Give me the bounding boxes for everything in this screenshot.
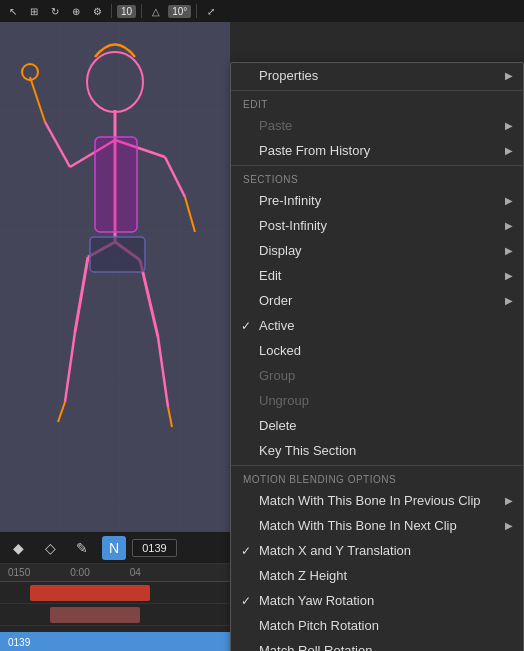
svg-line-12	[65, 332, 75, 402]
track-block-1[interactable]	[30, 585, 150, 601]
order-label: Order	[259, 293, 292, 308]
sep1	[111, 4, 112, 18]
match-prev-arrow-icon: ▶	[505, 495, 513, 506]
menu-item-display[interactable]: Display ▶	[231, 238, 523, 263]
match-z-label: Match Z Height	[259, 568, 347, 583]
paste-from-history-label: Paste From History	[259, 143, 370, 158]
menu-item-active[interactable]: ✓ Active	[231, 313, 523, 338]
menu-item-pre-infinity[interactable]: Pre-Infinity ▶	[231, 188, 523, 213]
menu-item-properties[interactable]: Properties ▶	[231, 63, 523, 88]
menu-item-match-yaw[interactable]: ✓ Match Yaw Rotation	[231, 588, 523, 613]
context-menu-area: Properties ▶ EDIT Paste ▶ Paste From His…	[230, 22, 524, 651]
menu-item-match-roll[interactable]: Match Roll Rotation	[231, 638, 523, 651]
menu-item-delete[interactable]: Delete	[231, 413, 523, 438]
menu-item-group[interactable]: Group	[231, 363, 523, 388]
paste-arrow-icon: ▶	[505, 120, 513, 131]
sep2	[141, 4, 142, 18]
menu-item-ungroup[interactable]: Ungroup	[231, 388, 523, 413]
menu-item-order[interactable]: Order ▶	[231, 288, 523, 313]
diamond-icon[interactable]: ◆	[6, 536, 30, 560]
timeline-icons: ◆ ◇ ✎ N	[6, 536, 126, 560]
match-xy-check-icon: ✓	[241, 544, 251, 558]
diamond-outline-icon[interactable]: ◇	[38, 536, 62, 560]
properties-arrow-icon: ▶	[505, 70, 513, 81]
menu-item-key-section[interactable]: Key This Section	[231, 438, 523, 463]
character-figure	[10, 22, 220, 472]
match-next-arrow-icon: ▶	[505, 520, 513, 531]
angle-icon[interactable]: △	[147, 2, 165, 20]
divider-3	[231, 465, 523, 466]
brush-icon[interactable]: ✎	[70, 536, 94, 560]
ruler-mark-3: 04	[130, 567, 141, 578]
frame-input[interactable]: 0139	[132, 539, 177, 557]
menu-item-edit[interactable]: Edit ▶	[231, 263, 523, 288]
menu-item-match-prev-clip[interactable]: Match With This Bone In Previous Clip ▶	[231, 488, 523, 513]
match-yaw-check-icon: ✓	[241, 594, 251, 608]
post-infinity-label: Post-Infinity	[259, 218, 327, 233]
pre-infinity-label: Pre-Infinity	[259, 193, 321, 208]
ruler-mark-1: 0150	[8, 567, 30, 578]
delete-label: Delete	[259, 418, 297, 433]
svg-rect-18	[95, 137, 137, 232]
edit-arrow-icon: ▶	[505, 270, 513, 281]
match-xy-label: Match X and Y Translation	[259, 543, 411, 558]
sep3	[196, 4, 197, 18]
cursor-icon[interactable]: ↖	[4, 2, 22, 20]
svg-rect-19	[90, 237, 145, 272]
sections-label: SECTIONS	[231, 168, 523, 188]
angle-badge: 10°	[168, 5, 191, 18]
menu-item-match-next-clip[interactable]: Match With This Bone In Next Clip ▶	[231, 513, 523, 538]
menu-item-match-xy[interactable]: ✓ Match X and Y Translation	[231, 538, 523, 563]
menu-item-post-infinity[interactable]: Post-Infinity ▶	[231, 213, 523, 238]
grid-icon[interactable]: ⊞	[25, 2, 43, 20]
key-section-label: Key This Section	[259, 443, 356, 458]
svg-line-7	[165, 157, 185, 197]
svg-line-13	[58, 402, 65, 422]
match-yaw-label: Match Yaw Rotation	[259, 593, 374, 608]
order-arrow-icon: ▶	[505, 295, 513, 306]
svg-line-5	[45, 122, 70, 167]
context-menu: Properties ▶ EDIT Paste ▶ Paste From His…	[230, 62, 524, 651]
match-next-clip-label: Match With This Bone In Next Clip	[259, 518, 457, 533]
group-label: Group	[259, 368, 295, 383]
menu-item-locked[interactable]: Locked	[231, 338, 523, 363]
display-label: Display	[259, 243, 302, 258]
edit-section-label: EDIT	[231, 93, 523, 113]
menu-item-paste[interactable]: Paste ▶	[231, 113, 523, 138]
match-pitch-label: Match Pitch Rotation	[259, 618, 379, 633]
post-infinity-arrow-icon: ▶	[505, 220, 513, 231]
properties-label: Properties	[259, 68, 318, 83]
divider-1	[231, 90, 523, 91]
expand-icon[interactable]: ⤢	[202, 2, 220, 20]
menu-item-match-pitch[interactable]: Match Pitch Rotation	[231, 613, 523, 638]
svg-line-11	[75, 257, 88, 332]
menu-item-paste-from-history[interactable]: Paste From History ▶	[231, 138, 523, 163]
frame-badge: 10	[117, 5, 136, 18]
svg-point-0	[87, 52, 143, 112]
match-prev-clip-label: Match With This Bone In Previous Clip	[259, 493, 481, 508]
main-toolbar: ↖ ⊞ ↻ ⊕ ⚙ 10 △ 10° ⤢	[0, 0, 524, 22]
svg-line-8	[185, 197, 195, 232]
skeleton-svg	[10, 22, 220, 472]
svg-line-16	[168, 407, 172, 427]
active-label: Active	[259, 318, 294, 333]
menu-item-match-z[interactable]: Match Z Height	[231, 563, 523, 588]
motion-blending-label: MOTION BLENDING OPTIONS	[231, 468, 523, 488]
edit-label: Edit	[259, 268, 281, 283]
locked-label: Locked	[259, 343, 301, 358]
pre-infinity-arrow-icon: ▶	[505, 195, 513, 206]
settings-icon[interactable]: ⚙	[88, 2, 106, 20]
display-arrow-icon: ▶	[505, 245, 513, 256]
svg-line-15	[158, 337, 168, 407]
track-block-2[interactable]	[50, 607, 140, 623]
active-check-icon: ✓	[241, 319, 251, 333]
paste-label: Paste	[259, 118, 292, 133]
match-roll-label: Match Roll Rotation	[259, 643, 372, 651]
rotate-icon[interactable]: ↻	[46, 2, 64, 20]
svg-line-6	[30, 77, 45, 122]
paste-history-arrow-icon: ▶	[505, 145, 513, 156]
n-badge-icon[interactable]: N	[102, 536, 126, 560]
globe-icon[interactable]: ⊕	[67, 2, 85, 20]
ruler-mark-2: 0:00	[70, 567, 89, 578]
playhead-frame: 0139	[8, 637, 30, 648]
